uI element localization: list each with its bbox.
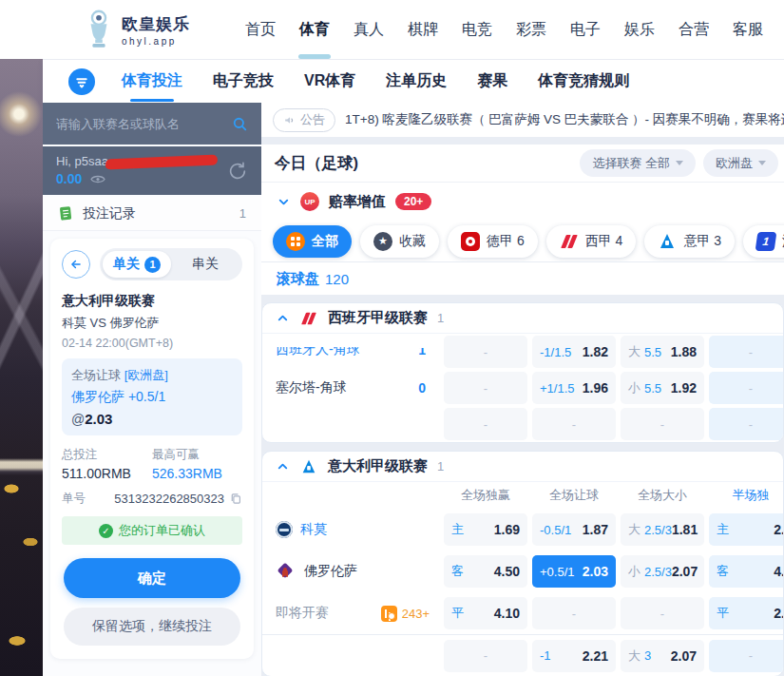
odds-cell[interactable]: 客4. xyxy=(709,555,783,588)
odds-cell[interactable]: 大2.5/31.81 xyxy=(621,513,704,546)
odds-value: 2. xyxy=(774,606,783,621)
top-nav-item-首页[interactable]: 首页 xyxy=(245,0,276,60)
league-chip[interactable]: 意甲 3 xyxy=(644,225,735,258)
odds-cell[interactable]: 小5.51.92 xyxy=(621,372,704,404)
odds-cell[interactable]: - xyxy=(709,336,783,368)
total-stake-value: 511.00RMB xyxy=(62,466,152,481)
column-header: 全场大小 xyxy=(621,487,704,504)
league-filter-dropdown[interactable]: 选择联赛 全部 xyxy=(580,149,696,177)
odds-cell[interactable]: -1/1.51.82 xyxy=(532,336,616,368)
sub-nav-item-体育竞猜规则[interactable]: 体育竞猜规则 xyxy=(538,71,629,91)
top-nav-item-棋牌[interactable]: 棋牌 xyxy=(408,0,438,60)
league-chip[interactable]: 收藏 xyxy=(360,225,439,258)
odds-cell[interactable]: 客4.50 xyxy=(444,555,527,588)
more-markets[interactable]: 243+ xyxy=(381,606,439,622)
odds-type-dropdown[interactable]: 欧洲盘 xyxy=(703,149,778,177)
league-chip[interactable]: 法甲 3 xyxy=(743,225,784,258)
odds-cell[interactable]: - xyxy=(444,336,527,368)
column-header-row: 全场独赢全场让球全场大小半场独 xyxy=(262,482,783,509)
refresh-icon[interactable] xyxy=(227,161,248,182)
sports-menu-icon[interactable] xyxy=(68,68,95,95)
collapse-chevron-icon[interactable] xyxy=(277,195,291,209)
bet-record-link[interactable]: 投注记录 1 xyxy=(43,197,261,231)
odds-value: 1.92 xyxy=(671,380,697,396)
odds-value: 1.87 xyxy=(583,522,608,537)
collapse-chevron-icon[interactable] xyxy=(276,311,290,325)
sub-nav-item-赛果[interactable]: 赛果 xyxy=(477,71,507,91)
top-nav-item-体育[interactable]: 体育 xyxy=(299,0,330,60)
section-title: 意大利甲级联赛 xyxy=(328,457,428,475)
copy-icon[interactable] xyxy=(230,493,242,505)
top-nav-item-合营[interactable]: 合营 xyxy=(679,0,709,60)
column-header: 全场让球 xyxy=(532,487,616,504)
top-nav-item-彩票[interactable]: 彩票 xyxy=(516,0,546,60)
odds-cell[interactable]: 小2.5/32.07 xyxy=(621,555,704,588)
odds-cell[interactable]: 大32.07 xyxy=(621,640,704,672)
odds-cell[interactable]: 主2. xyxy=(709,513,783,546)
chip-label: 全部 xyxy=(312,233,338,250)
sub-nav-item-VR体育[interactable]: VR体育 xyxy=(304,71,355,91)
sub-nav-item-体育投注[interactable]: 体育投注 xyxy=(122,71,182,91)
odds-cell[interactable]: - xyxy=(444,640,527,672)
announcement-text: 1T+8) 喀麦隆乙级联赛（ 巴富萨姆 VS 巴夫蒙联合 ）- 因赛果不明确，赛… xyxy=(345,111,784,128)
league-chip[interactable]: 全部 xyxy=(273,225,352,258)
tab-single-bet[interactable]: 单关 1 xyxy=(103,251,171,278)
odds-cell[interactable]: - xyxy=(532,597,616,629)
odds-line-part: 3 xyxy=(644,648,651,663)
in-play-row[interactable]: 滚球盘 120 xyxy=(261,262,784,295)
odds-cell[interactable]: - xyxy=(621,408,704,440)
back-button[interactable] xyxy=(62,250,90,279)
table-row: ---- xyxy=(262,406,783,442)
league-chip[interactable]: 德甲 6 xyxy=(448,225,538,258)
sub-nav-item-注单历史[interactable]: 注单历史 xyxy=(386,71,447,91)
odds-cell[interactable]: -0.5/11.87 xyxy=(532,513,616,546)
team-area: 佛罗伦萨 xyxy=(276,561,439,582)
eye-icon[interactable] xyxy=(90,174,105,184)
odds-cell[interactable]: 大5.51.88 xyxy=(621,336,704,368)
odds-cell[interactable]: - xyxy=(444,372,527,404)
odds-dash: - xyxy=(451,381,520,396)
brand-title: 欧皇娱乐 xyxy=(122,13,190,35)
ligue1-icon xyxy=(755,232,777,251)
odds-cell[interactable]: - xyxy=(709,372,783,404)
confirm-button[interactable]: 确定 xyxy=(64,558,240,598)
odds-cell[interactable]: - xyxy=(621,597,704,629)
odds-cell[interactable]: - xyxy=(709,408,783,440)
top-nav-item-客服[interactable]: 客服 xyxy=(733,0,763,60)
odds-cell[interactable]: +1/1.51.96 xyxy=(532,372,616,404)
league-chip[interactable]: 西甲 4 xyxy=(546,225,637,258)
announcement-bar: 公告 1T+8) 喀麦隆乙级联赛（ 巴富萨姆 VS 巴夫蒙联合 ）- 因赛果不明… xyxy=(261,103,784,137)
odds-cell[interactable]: - xyxy=(532,408,616,440)
chip-label: 意甲 3 xyxy=(683,233,721,250)
collapse-chevron-icon[interactable] xyxy=(276,459,290,473)
chevron-down-icon xyxy=(758,161,766,165)
search-icon[interactable] xyxy=(232,116,248,132)
section-title: 西班牙甲级联赛 xyxy=(328,309,428,327)
odds-cell[interactable]: 平4.10 xyxy=(444,597,527,629)
odds-value: 4.10 xyxy=(494,606,520,621)
top-nav-item-电竞[interactable]: 电竞 xyxy=(462,0,492,60)
odds-line-part: +0.5/1 xyxy=(540,565,575,579)
bundesliga-icon xyxy=(461,232,480,251)
total-stake-label: 总投注 xyxy=(62,447,152,463)
odds-dash: - xyxy=(717,417,783,432)
sub-nav-item-电子竞技[interactable]: 电子竞技 xyxy=(213,71,274,91)
odds-cell[interactable]: - xyxy=(444,408,527,440)
odds-cell[interactable]: 主1.69 xyxy=(444,513,527,546)
bet-record-icon xyxy=(58,205,74,222)
odds-cell[interactable]: -12.21 xyxy=(532,640,616,672)
brand-logo[interactable]: 欧皇娱乐 ohyl.app xyxy=(84,10,190,49)
odds-cell[interactable]: 平2. xyxy=(709,597,783,629)
odds-boost-row: UP 赔率增值 20+ xyxy=(261,183,784,221)
odds-dash: - xyxy=(628,607,697,621)
top-nav-item-真人[interactable]: 真人 xyxy=(354,0,384,60)
search-input[interactable] xyxy=(56,117,226,131)
keep-selection-button[interactable]: 保留选项，继续投注 xyxy=(64,608,240,646)
top-nav-item-电子[interactable]: 电子 xyxy=(570,0,601,60)
odds-cell[interactable]: - xyxy=(709,640,783,672)
tab-parlay-bet[interactable]: 串关 xyxy=(171,251,239,278)
odds-cell[interactable]: +0.5/12.03 xyxy=(532,555,616,588)
odds-dash: - xyxy=(540,417,608,432)
top-nav-item-娱乐[interactable]: 娱乐 xyxy=(624,0,655,60)
league-section: 西班牙甲级联赛1西班牙人-角球1--1/1.51.82大5.51.88-塞尔塔-… xyxy=(261,302,784,443)
